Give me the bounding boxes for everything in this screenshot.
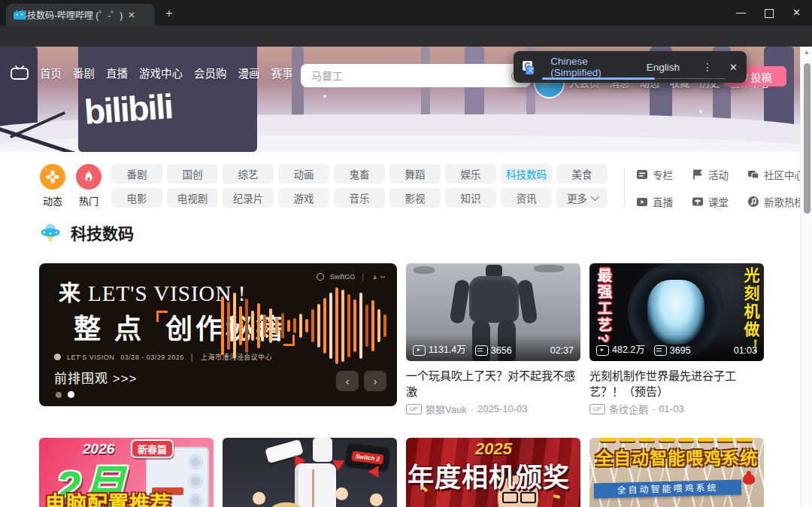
author-name[interactable]: 条纹企鹅 [609, 402, 648, 416]
windmill-icon [40, 164, 65, 190]
headline-2a: 整 点 [74, 314, 144, 345]
translate-source-tab[interactable]: Chinese (Simplified) [550, 56, 620, 78]
upload-date: 2025-10-03 [477, 403, 528, 414]
link-classroom[interactable]: 课堂 [692, 194, 747, 209]
video-thumbnail[interactable]: 2026 新春篇 2月 电脑配置推荐 [39, 438, 214, 507]
popup-active-underline [542, 77, 655, 80]
headline-cjk: 来 [59, 281, 80, 305]
tab-hot[interactable]: 热门 [74, 164, 104, 208]
video-card[interactable]: 1131.4万 3656 02:37 一个玩具吹上了天？对不起我不感激 UP 狼… [406, 263, 580, 416]
nav-bangumi[interactable]: 番剧 [73, 65, 95, 80]
tab-close-icon[interactable]: ✕ [128, 10, 135, 20]
channel-kichiku[interactable]: 鬼畜 [334, 164, 385, 184]
video-title[interactable]: 一个玩具吹上了天？对不起我不感激 [406, 368, 580, 399]
channel-variety[interactable]: 综艺 [223, 164, 274, 184]
bilibili-logo[interactable]: bilibili [83, 86, 173, 132]
channel-game[interactable]: 游戏 [278, 188, 329, 208]
page-title-row: 科技数码 [39, 221, 134, 244]
scrollbar-thumb[interactable] [804, 63, 810, 214]
carousel-prev-button[interactable]: ‹ [336, 371, 359, 391]
translate-close-icon[interactable]: ✕ [729, 62, 738, 73]
video-thumbnail[interactable]: 全自动智能喂鸡系统 全自动智能喂鸡系统 [589, 438, 764, 507]
video-thumbnail[interactable]: Switch 2 [223, 438, 397, 507]
channel-dance[interactable]: 舞蹈 [389, 164, 441, 184]
search-input[interactable] [310, 69, 511, 83]
event-dates: 03/28 - 03/29 2026 [120, 354, 184, 361]
thumb-headline: 全自动智能喂鸡系统 [589, 444, 764, 469]
browser-tab[interactable]: 科技数码-哔哩哔哩 (゜-゜)つロ 干 ✕ [6, 4, 155, 26]
chicken-art [743, 474, 755, 484]
channel-animation[interactable]: 动画 [278, 164, 329, 184]
translate-options-icon[interactable]: ⋮ [702, 61, 713, 73]
nav-vip-shop[interactable]: 会员购 [194, 65, 227, 80]
browser-frame: 科技数码-哔哩哔哩 (゜-゜)つロ 干 ✕ + — ✕ [0, 0, 812, 26]
carousel-nav: ‹ › [336, 371, 386, 391]
nav-esports[interactable]: 赛事 [271, 65, 293, 80]
tab-title: 科技数码-哔哩哔哩 (゜-゜)つロ 干 [18, 8, 123, 21]
link-music-chart-label: 新歌热榜 [764, 194, 804, 209]
mech-figure [517, 279, 538, 324]
meta-divider: │ [190, 354, 195, 361]
nav-manga[interactable]: 漫画 [238, 65, 260, 80]
channel-food[interactable]: 美食 [556, 164, 607, 184]
link-live[interactable]: 直播 [636, 194, 692, 209]
channel-movie[interactable]: 电影 [111, 188, 162, 208]
column-icon [636, 168, 648, 181]
play-count-icon [413, 345, 426, 356]
channel-divider [624, 168, 625, 207]
channel-music[interactable]: 音乐 [334, 188, 385, 208]
minimize-icon[interactable]: — [736, 7, 746, 18]
video-card[interactable]: 最强工艺? 光刻机做！ 482.2万 3695 01:03 光刻机制作世界最先进… [589, 263, 764, 416]
link-activity[interactable]: 活动 [692, 167, 747, 182]
carousel-card[interactable]: 来LET'S VISION ! 整 点创作秘籍 LET'S VISION 03/… [39, 263, 397, 406]
channel-guochuang[interactable]: 国创 [167, 164, 218, 184]
carousel-cta[interactable]: 前排围观 >>> [54, 368, 138, 387]
author-name[interactable]: 狼狼Vauk [426, 402, 467, 416]
translate-target-tab[interactable]: English [647, 62, 680, 73]
video-title[interactable]: 光刻机制作世界最先进谷子工艺？！（预告） [589, 368, 764, 399]
channel-tv[interactable]: 电视剧 [167, 188, 218, 208]
nav-live[interactable]: 直播 [106, 65, 128, 80]
nav-home[interactable]: 首页 [40, 65, 62, 80]
nav-game-center[interactable]: 游戏中心 [139, 65, 183, 80]
scrollbar-up-icon[interactable]: ▲ [801, 49, 812, 56]
carousel-dot-active[interactable] [68, 391, 74, 398]
partner-logos: ▲ ▪▪ [371, 273, 385, 281]
video-author-row[interactable]: UP 狼狼Vauk · 2025-10-03 [406, 402, 580, 416]
audio-bars-art [221, 283, 391, 369]
video-author-row[interactable]: UP 条纹企鹅 · 01-03 [589, 402, 764, 416]
video-thumbnail[interactable]: 1131.4万 3656 02:37 [406, 263, 580, 361]
channel-bangumi[interactable]: 番剧 [111, 164, 162, 184]
link-classroom-label: 课堂 [708, 194, 729, 209]
video-thumbnail[interactable]: 2025 年度相机颁奖 [406, 438, 580, 507]
carousel-sponsors: SwiftGG │ ▲ ▪▪ [317, 273, 385, 281]
channel-more[interactable]: 更多 [556, 188, 607, 208]
home-tv-icon[interactable] [11, 65, 29, 80]
link-column-label: 专栏 [653, 167, 673, 182]
channel-tech-active[interactable]: 科技数码 [501, 164, 552, 184]
video-thumbnail[interactable]: 最强工艺? 光刻机做！ 482.2万 3695 01:03 [589, 263, 764, 361]
xbox-art [313, 438, 332, 462]
close-window-icon[interactable]: ✕ [792, 7, 801, 18]
channel-news[interactable]: 资讯 [501, 188, 552, 208]
page-scrollbar[interactable]: ▲ [800, 47, 812, 507]
channel-cinephile[interactable]: 影视 [389, 188, 441, 208]
console-art [295, 463, 336, 507]
carousel-dot[interactable] [56, 392, 62, 398]
channel-knowledge[interactable]: 知识 [445, 188, 496, 208]
quick-links: 专栏 活动 社区中心 直播 课堂 新歌热榜 [636, 167, 812, 209]
search-box[interactable] [301, 64, 531, 87]
carousel-next-button[interactable]: › [364, 371, 386, 391]
translate-logo-icon: G文 [523, 59, 534, 74]
channel-documentary[interactable]: 纪录片 [223, 188, 274, 208]
link-column[interactable]: 专栏 [636, 167, 692, 182]
link-activity-label: 活动 [708, 167, 729, 182]
channel-entertainment[interactable]: 娱乐 [445, 164, 496, 184]
video-stats: 1131.4万 3656 02:37 [406, 334, 580, 361]
tab-moments[interactable]: 动态 [38, 164, 68, 208]
maximize-icon[interactable] [765, 9, 774, 18]
up-badge-icon: UP [406, 404, 422, 414]
danmaku-icon [475, 345, 488, 356]
mech-figure [450, 279, 471, 324]
new-tab-button[interactable]: + [165, 6, 173, 21]
